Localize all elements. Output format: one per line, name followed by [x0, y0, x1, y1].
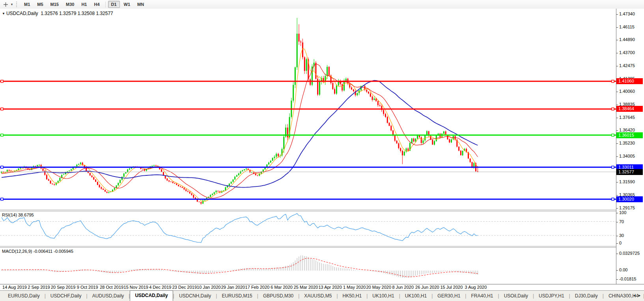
price-tick-mark [616, 66, 618, 66]
macd-current-values: -0.006411 -0.005945 [33, 249, 73, 254]
macd-tick-label: 0.0329725 [619, 251, 640, 256]
pane-resize-separator[interactable] [0, 210, 644, 211]
tab-xauusd-m5[interactable]: XAUUSD,M5 [299, 292, 336, 300]
hline-handle[interactable] [612, 198, 614, 200]
hline-handle[interactable] [1, 108, 3, 110]
timeframe-button-m5[interactable]: M5 [34, 1, 46, 8]
rsi-tick-label: 30 [619, 233, 624, 238]
tab-usdjpy-h1[interactable]: USDJPY,H1 [534, 292, 569, 300]
main-price-pane[interactable] [0, 9, 616, 210]
macd-histogram [2, 256, 478, 278]
price-tick-mark [616, 143, 618, 144]
timeframe-button-h4[interactable]: H4 [91, 1, 103, 8]
rsi-indicator-pane[interactable] [0, 211, 616, 246]
tab-eurusd-m15[interactable]: EURUSD,M15 [217, 292, 257, 300]
macd-chart-canvas[interactable] [0, 248, 616, 284]
date-label: 15 Jul 2020 [440, 285, 463, 290]
tab-usdchf-daily[interactable]: USDCHF,Daily [46, 292, 86, 300]
tab-usdcnh-daily[interactable]: USDCNH,Daily [174, 292, 216, 300]
hline-handle[interactable] [1, 166, 3, 168]
cursor-tool-dropdown-icon[interactable]: ▾ [9, 2, 14, 6]
date-label: 2 Sep 2019 [28, 285, 50, 290]
hline-price-badge: 1.30020 [616, 196, 643, 202]
macd-tick-label: 0.00 [619, 267, 627, 272]
price-tick-mark [616, 195, 618, 196]
rsi-tick-label: 100 [619, 210, 626, 215]
tab-usdcad-daily[interactable]: USDCAD,Daily [130, 290, 173, 301]
toolbar-separator [105, 2, 106, 8]
timeframe-button-m30[interactable]: M30 [63, 1, 77, 8]
price-tick-mark [616, 208, 618, 209]
timeframe-button-group: M1M5M15M30H1H4D1W1MN [21, 0, 147, 9]
chart-toolbar: ▾ M1M5M15M30H1H4D1W1MN [0, 0, 644, 9]
timeframe-button-m1[interactable]: M1 [21, 1, 33, 8]
price-tick-mark [616, 130, 618, 131]
timeframe-button-w1[interactable]: W1 [121, 1, 134, 8]
tab-scroll-buttons: ◄► [633, 293, 643, 297]
rsi-tick-mark [616, 243, 618, 244]
date-label: 14 Aug 2019 [2, 285, 27, 290]
tab-audusd-daily[interactable]: AUDUSD,Daily [88, 292, 129, 300]
price-tick-label: 1.35230 [619, 141, 635, 145]
date-label: 29 Jan 2020 [221, 285, 245, 290]
date-label: 20 May 2020 [366, 285, 391, 290]
tab-eurusd-daily[interactable]: EURUSD,Daily [3, 292, 45, 300]
candlestick-chart-canvas[interactable] [0, 9, 616, 210]
price-tick-mark [616, 92, 618, 92]
macd-tick-mark [616, 270, 618, 271]
rsi-chart-canvas[interactable] [0, 211, 616, 246]
macd-indicator-pane[interactable] [0, 248, 616, 284]
chart-window: ▼USDCAD,Daily 1.32576 1.32579 1.32508 1.… [0, 9, 644, 284]
tab-uk100-h1[interactable]: UK100,H1 [400, 292, 431, 300]
price-tick-mark [616, 156, 618, 157]
tab-uk100-h1[interactable]: UK100,H1 [368, 292, 399, 300]
hline-handle[interactable] [612, 80, 614, 83]
timeframe-button-h1[interactable]: H1 [78, 1, 90, 8]
tab-hk50-h1[interactable]: HK50,H1 [338, 292, 367, 300]
macd-tick-mark [616, 254, 618, 254]
time-axis[interactable]: 14 Aug 20192 Sep 201920 Sep 20199 Oct 20… [0, 285, 616, 290]
hline-handle[interactable] [1, 198, 3, 200]
tab-ger30-h1[interactable]: GER30,H1 [433, 292, 465, 300]
price-tick-label: 1.40060 [619, 89, 635, 94]
hline-handle[interactable] [1, 80, 3, 83]
tab-scroll-right-icon[interactable]: ► [638, 293, 643, 297]
timeframe-button-mn[interactable]: MN [134, 1, 147, 8]
date-label: 15 Nov 2019 [124, 285, 148, 290]
price-tick-label: 1.29175 [619, 205, 635, 210]
hline-handle[interactable] [1, 134, 3, 136]
hline-handle[interactable] [612, 108, 614, 110]
tab-dj30-daily[interactable]: DJ30,Daily [570, 292, 603, 300]
rsi-line [2, 214, 478, 243]
price-tick-mark [616, 118, 618, 118]
crosshair-cursor-icon[interactable] [2, 1, 9, 8]
chart-ohlc-values: 1.32576 1.32579 1.32508 1.32577 [41, 11, 113, 16]
date-label: 1 May 2020 [343, 285, 366, 290]
mt4-chart-screen: ▾ M1M5M15M30H1H4D1W1MN ▼USDCAD,Daily 1.3… [0, 0, 644, 301]
hline-handle[interactable] [612, 134, 614, 136]
tab-gbpusd-m30[interactable]: GBPUSD,M30 [258, 292, 298, 300]
price-tick-mark [616, 182, 618, 182]
tab-scroll-left-icon[interactable]: ◄ [633, 293, 638, 297]
moving-average-5 [2, 49, 478, 201]
chart-symbol-dropdown-icon[interactable]: ▼ [2, 12, 5, 15]
timeframe-button-d1[interactable]: D1 [108, 1, 120, 8]
date-label: 25 Mar 2020 [294, 285, 318, 290]
chart-tab-bar: EURUSD,Daily|USDCHF,Daily|AUDUSD,Daily|U… [0, 290, 644, 301]
timeframe-button-m15[interactable]: M15 [47, 1, 62, 8]
hline-price-badge: 1.36015 [616, 132, 643, 138]
price-tick-label: 1.37645 [619, 115, 635, 120]
price-axis[interactable]: 1.473401.461151.448901.437001.424751.412… [616, 9, 644, 284]
hline-price-badge: 1.38464 [616, 106, 643, 112]
hline-handle[interactable] [612, 166, 614, 168]
tab-usoil-daily[interactable]: USOil,Daily [499, 292, 533, 300]
chart-title: ▼USDCAD,Daily 1.32576 1.32579 1.32508 1.… [2, 11, 113, 16]
moving-average-45 [2, 81, 478, 188]
date-label: 4 Dec 2019 [149, 285, 171, 290]
date-label: 17 Feb 2020 [245, 285, 270, 290]
date-label: 23 Dec 2019 [172, 285, 197, 290]
date-label: 8 Jun 2020 [392, 285, 414, 290]
pane-resize-separator[interactable] [0, 246, 644, 248]
tab-fra40-h1[interactable]: FRA40,H1 [466, 292, 498, 300]
toolbar-drag-handle[interactable] [16, 2, 18, 7]
